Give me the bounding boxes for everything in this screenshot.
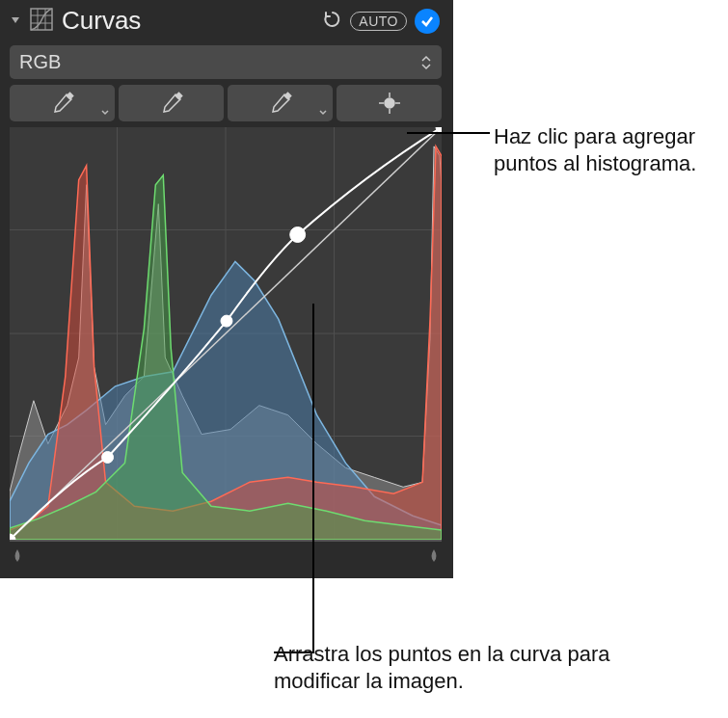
curves-header: Curvas AUTO bbox=[6, 0, 445, 43]
auto-button[interactable]: AUTO bbox=[350, 12, 407, 31]
disclosure-triangle-icon[interactable] bbox=[10, 13, 21, 30]
black-white-sliders[interactable] bbox=[10, 542, 442, 569]
callout-line bbox=[312, 304, 314, 652]
panel-title: Curvas bbox=[62, 6, 313, 36]
svg-point-24 bbox=[290, 227, 306, 243]
undo-icon[interactable] bbox=[321, 9, 342, 34]
white-point-slider[interactable] bbox=[426, 547, 442, 563]
svg-rect-8 bbox=[283, 93, 290, 99]
channel-select[interactable]: RGB bbox=[10, 45, 442, 79]
eyedropper-tool-row bbox=[10, 85, 442, 121]
eyedropper-gray-button[interactable] bbox=[119, 85, 224, 121]
eyedropper-white-button[interactable] bbox=[228, 85, 333, 121]
svg-point-10 bbox=[388, 102, 391, 105]
curves-tool-icon bbox=[29, 7, 54, 36]
channel-selected-label: RGB bbox=[19, 51, 61, 73]
curves-histogram[interactable] bbox=[10, 127, 442, 542]
add-point-button[interactable] bbox=[337, 85, 442, 121]
stepper-icon bbox=[420, 55, 432, 70]
black-point-slider[interactable] bbox=[10, 547, 25, 563]
callout-line bbox=[447, 132, 490, 134]
callout-drag-point: Arrastra los puntos en la curva para mod… bbox=[274, 641, 698, 694]
histogram-data bbox=[10, 127, 442, 540]
curves-panel: Curvas AUTO RGB bbox=[0, 0, 453, 578]
svg-rect-7 bbox=[175, 93, 181, 99]
enable-toggle[interactable] bbox=[415, 9, 440, 34]
eyedropper-black-button[interactable] bbox=[10, 85, 115, 121]
callout-add-point: Haz clic para agregar puntos al histogra… bbox=[494, 123, 728, 176]
svg-rect-6 bbox=[66, 93, 72, 99]
svg-point-23 bbox=[221, 315, 232, 327]
svg-marker-0 bbox=[12, 17, 19, 23]
svg-point-22 bbox=[102, 451, 114, 463]
